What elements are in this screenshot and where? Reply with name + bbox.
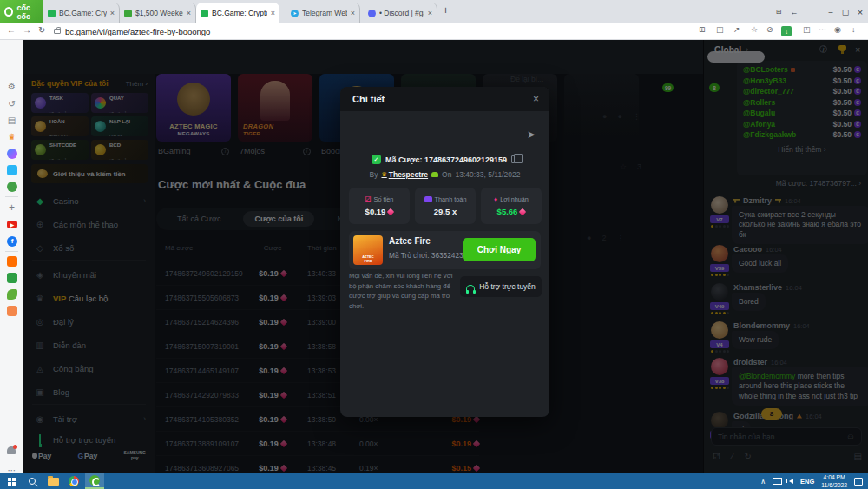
system-tray: ∧ ENG 4:04 PM11/6/2022 — [760, 473, 868, 489]
divider — [5, 251, 18, 252]
lock-icon — [54, 29, 61, 34]
tab-search-icon[interactable]: ⊞ — [773, 0, 785, 23]
history-icon[interactable]: ↺ — [0, 99, 23, 109]
bet-id-row: ✓ Mã Cược: 1748637249602129159 — [340, 155, 549, 164]
windows-taskbar: ∧ ENG 4:04 PM11/6/2022 — [0, 473, 868, 489]
stat-profit: ♦Lợi nhuận $5.66 — [481, 188, 542, 224]
discord-favicon — [368, 10, 376, 17]
share-icon[interactable]: ↗ — [733, 25, 740, 34]
newsfeed-icon[interactable]: ▤ — [0, 116, 23, 125]
shop-gift-icon[interactable] — [7, 273, 17, 283]
window-close-button[interactable]: × — [854, 0, 866, 23]
live-support-button[interactable]: Hỗ trợ trực tuyến — [460, 276, 542, 297]
adblock-shield-icon[interactable]: ⊘ — [766, 25, 773, 34]
action-center-icon[interactable] — [854, 478, 863, 486]
promo-favicon — [124, 10, 132, 17]
language-indicator[interactable]: ENG — [800, 478, 814, 486]
facebook-icon[interactable]: f — [7, 236, 17, 247]
extension-icon[interactable]: ◳ — [803, 25, 811, 34]
wallet-icon — [424, 196, 432, 202]
screen: cốc cốc BC.Game: Crypto Casino Gan× $1,5… — [0, 0, 868, 489]
back-icon[interactable]: ← — [7, 25, 16, 35]
browser-tab-2[interactable]: $1,500 Weekend Booongo M× — [120, 3, 196, 23]
game-controller-icon[interactable] — [7, 182, 17, 192]
new-tab-button[interactable]: + — [443, 4, 449, 17]
crown-icon: ♛ — [381, 171, 386, 178]
game-title: Aztec Fire — [389, 236, 431, 246]
bookmark-star-icon[interactable]: ☆ — [751, 25, 758, 34]
gem-icon — [519, 208, 526, 215]
extension-icon[interactable]: ⋯ — [819, 25, 826, 34]
youtube-icon[interactable]: ▶ — [7, 221, 17, 228]
browser-tab-3-active[interactable]: BC.Game: Crypto Casino Gan× — [196, 3, 279, 23]
window-maximize-button[interactable]: ▢ — [839, 0, 852, 23]
share-icon[interactable]: ➤ — [527, 129, 536, 141]
speaker-icon[interactable] — [789, 479, 793, 484]
play-now-button[interactable]: Chơi Ngay — [463, 238, 536, 261]
game-card: AZTECFIRE Aztec Fire Mã Trò chơi: 363524… — [349, 231, 541, 269]
forward-icon[interactable]: → — [23, 25, 31, 35]
translate-icon[interactable]: ◳ — [716, 25, 724, 34]
modal-title: Chi tiết — [352, 94, 385, 104]
cart-icon[interactable] — [7, 306, 17, 316]
url-input[interactable] — [65, 27, 551, 36]
support-note: Mọi vấn đề, xin vui lòng liên hệ với bộ … — [349, 271, 455, 312]
bet-id: Mã Cược: 1748637249602129159 — [385, 155, 507, 164]
crown-bookmark-icon[interactable]: ♛ — [0, 132, 23, 142]
frog-icon — [431, 172, 438, 177]
coccoc-taskbar-icon[interactable] — [85, 473, 104, 489]
taskbar-search-icon[interactable] — [23, 473, 42, 489]
modal-close-icon[interactable]: × — [533, 93, 539, 105]
settings-gear-icon[interactable]: ⚙ — [0, 82, 23, 91]
dice-icon: ⚂ — [365, 195, 372, 203]
browser-tab-1[interactable]: BC.Game: Crypto Casino Gan× — [43, 3, 120, 23]
downloads-icon[interactable]: ↓ — [852, 25, 856, 34]
coccoc-brand-label: cốc cốc — [16, 3, 43, 21]
coccoc-logo-icon — [4, 7, 13, 17]
zalo-icon[interactable] — [7, 165, 17, 175]
modal-header: Chi tiết × — [340, 87, 549, 111]
notification-bell-icon[interactable] — [7, 446, 16, 454]
headset-icon — [466, 285, 475, 291]
video-download-icon[interactable]: ↓ — [781, 26, 792, 36]
coccoc-side-rail: ⚙ ↺ ▤ ♛ + ▶ f ⋯ — [0, 40, 23, 473]
profile-icon[interactable]: ◉ — [834, 25, 841, 34]
start-button[interactable] — [2, 473, 21, 489]
leaf-shop-icon[interactable] — [7, 289, 17, 300]
gem-icon — [387, 208, 394, 215]
bet-datetime: 13:40:33, 5/11/2022 — [455, 170, 520, 179]
divider — [5, 196, 18, 197]
tab-close-icon[interactable]: × — [428, 9, 432, 17]
bet-details-modal: Chi tiết × ➤ ✓ Mã Cược: 1748637249602129… — [340, 87, 549, 417]
tab-history-icon[interactable]: ← — [788, 0, 800, 23]
file-explorer-icon[interactable] — [43, 473, 62, 489]
stat-amount: ⚂Số tiền $0.19 — [349, 188, 410, 224]
tab-close-icon[interactable]: × — [351, 9, 355, 17]
browser-tab-4[interactable]: ➤Telegram Web× — [286, 3, 360, 23]
game-thumbnail[interactable]: AZTECFIRE — [353, 235, 383, 265]
tab-close-icon[interactable]: × — [271, 9, 275, 17]
chrome-icon[interactable] — [64, 473, 83, 489]
cast-icon[interactable]: ⊞ — [699, 25, 706, 34]
window-minimize-button[interactable]: – — [825, 0, 837, 23]
messenger-icon[interactable] — [7, 149, 17, 159]
tab-close-icon[interactable]: × — [110, 9, 115, 17]
tab-close-icon[interactable]: × — [187, 9, 191, 17]
browser-tab-5[interactable]: • Discord | #games | BC G× — [364, 3, 437, 23]
clock[interactable]: 4:04 PM11/6/2022 — [821, 473, 847, 489]
stat-payout: Thanh toán 29.5 x — [415, 188, 476, 224]
reload-icon[interactable]: ↻ — [38, 25, 45, 35]
address-bar[interactable] — [54, 25, 609, 37]
copy-icon[interactable] — [511, 155, 518, 163]
add-shortcut-icon[interactable]: + — [0, 202, 23, 214]
bcgame-favicon — [48, 10, 56, 17]
tiki-shop-icon[interactable] — [7, 256, 17, 267]
tray-expand-icon[interactable]: ∧ — [760, 478, 766, 486]
bet-author-row: By ♛Thespectre On 13:40:33, 5/11/2022 — [340, 170, 549, 179]
coccoc-brand[interactable]: cốc cốc — [0, 0, 43, 23]
network-icon[interactable] — [773, 478, 782, 485]
author-link[interactable]: ♛Thespectre — [381, 170, 428, 179]
browser-toolbar: ← → ↻ ⊞ ◳ ↗ ☆ ⊘ ↓ ◳ ⋯ ◉ ↓ — [0, 23, 868, 40]
gem-suit-icon: ♦ — [494, 195, 497, 203]
verified-icon: ✓ — [372, 155, 381, 164]
